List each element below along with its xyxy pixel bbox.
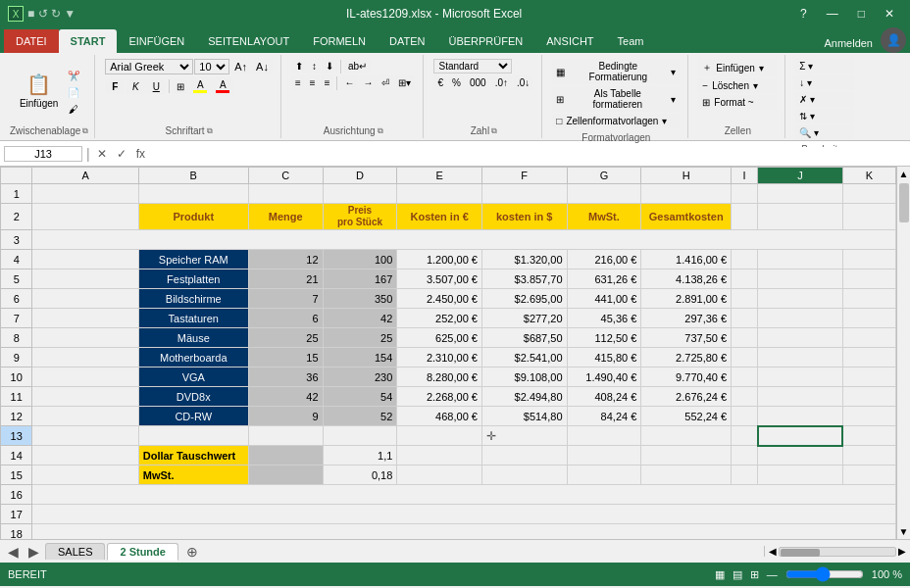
- cell-g13[interactable]: [567, 426, 641, 446]
- scroll-up-arrow[interactable]: ▲: [897, 167, 910, 181]
- scroll-sheets-right-button[interactable]: ▶: [25, 544, 43, 560]
- cell-j8[interactable]: [758, 328, 843, 348]
- row-header-14[interactable]: 14: [1, 446, 32, 466]
- cell-i6[interactable]: [732, 289, 758, 309]
- cell-f5[interactable]: $3.857,70: [481, 270, 567, 289]
- hscroll-thumb[interactable]: [781, 549, 820, 557]
- cell-c1[interactable]: [248, 184, 323, 204]
- help-button[interactable]: ?: [792, 5, 815, 23]
- cell-d12[interactable]: 52: [323, 407, 397, 426]
- find-select-button[interactable]: 🔍 ▾: [795, 125, 854, 140]
- cell-h5[interactable]: 4.138,26 €: [641, 270, 732, 289]
- col-header-e[interactable]: E: [397, 168, 482, 184]
- col-header-k[interactable]: K: [842, 168, 895, 184]
- cell-a7[interactable]: [32, 309, 138, 328]
- cell-a1[interactable]: [32, 184, 138, 204]
- scroll-down-arrow[interactable]: ▼: [897, 524, 910, 539]
- cell-d1[interactable]: [323, 184, 397, 204]
- cell-g5[interactable]: 631,26 €: [567, 270, 641, 289]
- cell-f6[interactable]: $2.695,00: [481, 289, 567, 309]
- cell-k10[interactable]: [842, 368, 895, 387]
- cell-b1[interactable]: [138, 184, 248, 204]
- increase-decimal-button[interactable]: .0↑: [491, 75, 512, 90]
- cell-i13[interactable]: [732, 426, 758, 446]
- decrease-indent-button[interactable]: ←: [340, 75, 358, 90]
- cell-b5[interactable]: Festplatten: [138, 270, 248, 289]
- row-header-6[interactable]: 6: [1, 289, 32, 309]
- align-top-button[interactable]: ⬆: [291, 59, 307, 74]
- cell-j2[interactable]: [758, 204, 843, 230]
- cell-h10[interactable]: 9.770,40 €: [641, 368, 732, 387]
- cell-c9[interactable]: 15: [248, 348, 323, 368]
- row-header-12[interactable]: 12: [1, 407, 32, 426]
- view-normal-icon[interactable]: ▦: [715, 568, 725, 581]
- cell-h1[interactable]: [641, 184, 732, 204]
- decrease-font-button[interactable]: A↓: [252, 59, 273, 74]
- cell-a4[interactable]: [32, 250, 138, 270]
- cell-e7[interactable]: 252,00 €: [397, 309, 482, 328]
- cell-d9[interactable]: 154: [323, 348, 397, 368]
- cell-c5[interactable]: 21: [248, 270, 323, 289]
- cell-h7[interactable]: 297,36 €: [641, 309, 732, 328]
- hscroll-left-button[interactable]: ◀: [769, 546, 777, 557]
- row-header-17[interactable]: 17: [1, 505, 32, 524]
- cell-i14[interactable]: [732, 446, 758, 466]
- cell-i12[interactable]: [732, 407, 758, 426]
- cell-a12[interactable]: [32, 407, 138, 426]
- cell-b15[interactable]: MwSt.: [138, 466, 248, 485]
- cell-j13[interactable]: [758, 426, 843, 446]
- font-size-select[interactable]: 10: [194, 59, 229, 74]
- tab-seitenlayout[interactable]: SEITENLAYOUT: [196, 29, 301, 53]
- cell-h6[interactable]: 2.891,00 €: [641, 289, 732, 309]
- clear-button[interactable]: ✗ ▾: [795, 92, 854, 107]
- col-header-d[interactable]: D: [323, 168, 397, 184]
- cell-i9[interactable]: [732, 348, 758, 368]
- cell-a9[interactable]: [32, 348, 138, 368]
- cut-button[interactable]: ✂️: [64, 69, 83, 83]
- cell-f8[interactable]: $687,50: [481, 328, 567, 348]
- cell-k5[interactable]: [842, 270, 895, 289]
- cell-e9[interactable]: 2.310,00 €: [397, 348, 482, 368]
- wrap-text-button[interactable]: ⏎: [378, 75, 393, 90]
- alignment-expand-icon[interactable]: ⧉: [378, 126, 383, 136]
- cell-e10[interactable]: 8.280,00 €: [397, 368, 482, 387]
- cell-c2[interactable]: Menge: [248, 204, 323, 230]
- cell-c15[interactable]: [248, 466, 323, 485]
- cell-d7[interactable]: 42: [323, 309, 397, 328]
- cell-e4[interactable]: 1.200,00 €: [397, 250, 482, 270]
- cell-j12[interactable]: [758, 407, 843, 426]
- align-left-button[interactable]: ≡: [291, 75, 305, 90]
- cell-i11[interactable]: [732, 387, 758, 407]
- font-expand-icon[interactable]: ⧉: [207, 126, 213, 136]
- delete-cells-button[interactable]: − Löschen ▾: [698, 78, 777, 93]
- hscroll-right-button[interactable]: ▶: [898, 546, 906, 557]
- cell-k2[interactable]: [842, 204, 895, 230]
- currency-button[interactable]: €: [433, 75, 447, 90]
- cell-d2[interactable]: Preispro Stück: [323, 204, 397, 230]
- cell-a8[interactable]: [32, 328, 138, 348]
- thousands-button[interactable]: 000: [466, 75, 490, 90]
- cell-e6[interactable]: 2.450,00 €: [397, 289, 482, 309]
- autosum-button[interactable]: Σ ▾: [795, 59, 854, 74]
- cell-e12[interactable]: 468,00 €: [397, 407, 482, 426]
- cell-k8[interactable]: [842, 328, 895, 348]
- fill-button[interactable]: ↓ ▾: [795, 75, 854, 90]
- maximize-button[interactable]: □: [850, 5, 873, 23]
- cell-j5[interactable]: [758, 270, 843, 289]
- cell-f4[interactable]: $1.320,00: [481, 250, 567, 270]
- sheet-tab-2stunde[interactable]: 2 Stunde: [107, 543, 177, 561]
- col-header-a[interactable]: A: [32, 168, 138, 184]
- cell-j1[interactable]: [758, 184, 843, 204]
- cell-d6[interactable]: 350: [323, 289, 397, 309]
- cell-f12[interactable]: $514,80: [481, 407, 567, 426]
- view-page-icon[interactable]: ▤: [733, 568, 742, 581]
- cell-b13[interactable]: [138, 426, 248, 446]
- fill-color-button[interactable]: A: [189, 77, 211, 95]
- close-button[interactable]: ✕: [877, 5, 902, 23]
- row-header-4[interactable]: 4: [1, 250, 32, 270]
- increase-font-button[interactable]: A↑: [230, 59, 251, 74]
- cell-e14[interactable]: [397, 446, 482, 466]
- cell-j10[interactable]: [758, 368, 843, 387]
- cell-f2[interactable]: kosten in $: [481, 204, 567, 230]
- paste-button[interactable]: 📋 Einfügen: [15, 61, 63, 120]
